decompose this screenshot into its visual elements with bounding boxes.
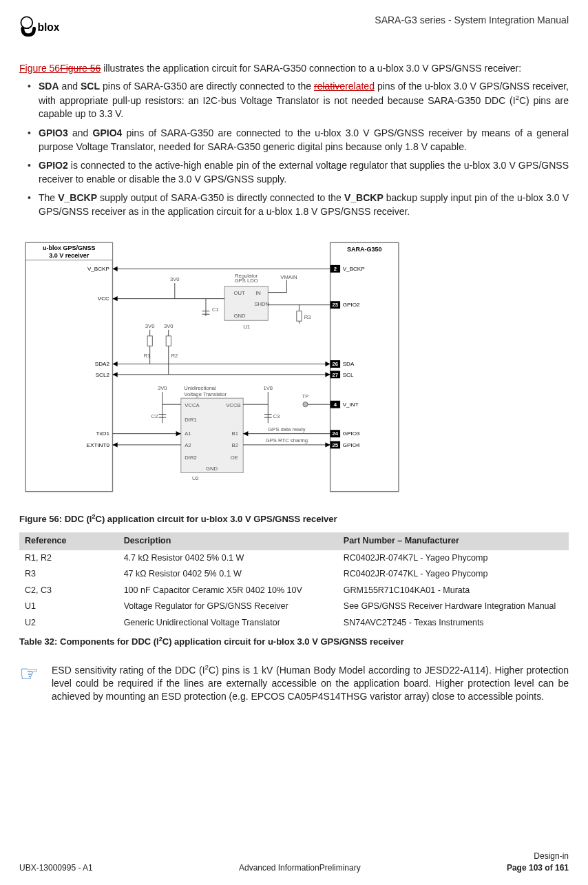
intro-rest: illustrates the application circuit for … — [101, 63, 521, 74]
svg-rect-39 — [297, 311, 302, 320]
svg-text:R2: R2 — [171, 353, 178, 359]
col-reference: Reference — [19, 532, 118, 550]
svg-text:3V0: 3V0 — [158, 385, 167, 391]
svg-text:VCCA: VCCA — [185, 402, 200, 408]
bullet-item: SDA and SCL pins of SARA-G350 are direct… — [32, 80, 569, 121]
svg-marker-59 — [325, 372, 330, 377]
cell: Voltage Regulator for GPS/GNSS Receiver — [118, 598, 338, 615]
table-row: U2Generic Unidirectional Voltage Transla… — [19, 615, 569, 632]
cell: RC0402JR-074K7L - Yageo Phycomp — [338, 550, 569, 567]
svg-text:DIR2: DIR2 — [185, 454, 196, 460]
ublox-logo-icon: blox — [19, 14, 69, 41]
bullet-item: GPIO3 and GPIO4 pins of SARA-G350 are co… — [32, 127, 569, 154]
svg-text:GPS data ready: GPS data ready — [268, 426, 306, 433]
svg-marker-103 — [243, 431, 248, 436]
svg-text:blox: blox — [37, 21, 59, 33]
svg-text:R1: R1 — [144, 353, 151, 359]
svg-text:Voltage Translator: Voltage Translator — [184, 391, 227, 397]
col-description: Description — [118, 532, 338, 550]
svg-text:B1: B1 — [232, 430, 238, 437]
svg-text:GPIO4: GPIO4 — [343, 441, 360, 448]
svg-text:SCL2: SCL2 — [96, 371, 110, 377]
svg-text:SARA-G350: SARA-G350 — [347, 246, 382, 253]
svg-text:V_BCKP: V_BCKP — [87, 266, 109, 272]
strike-text: relative — [314, 81, 345, 92]
svg-text:VCCB: VCCB — [226, 402, 240, 408]
svg-text:SHDN: SHDN — [254, 301, 269, 307]
svg-marker-58 — [112, 372, 117, 377]
note-block: ☞ ESD sensitivity rating of the DDC (I2C… — [19, 663, 569, 704]
svg-text:C3: C3 — [273, 413, 280, 419]
svg-text:U2: U2 — [192, 475, 199, 481]
cell: 100 nF Capacitor Ceramic X5R 0402 10% 10… — [118, 583, 338, 599]
svg-text:23: 23 — [333, 302, 339, 308]
table-row: R347 kΩ Resistor 0402 5% 0.1 WRC0402JR-0… — [19, 566, 569, 583]
svg-text:R3: R3 — [304, 313, 311, 320]
svg-text:2: 2 — [334, 266, 337, 272]
intro-paragraph: Figure 56Figure 56 illustrates the appli… — [19, 62, 569, 76]
svg-text:V_INT: V_INT — [343, 401, 359, 407]
bold-text: SDA — [39, 81, 59, 92]
bullet-item: The V_BCKP supply output of SARA-G350 is… — [32, 191, 569, 218]
svg-text:GPIO2: GPIO2 — [343, 302, 360, 308]
cell: U2 — [19, 615, 118, 632]
text: is connected to the active-high enable p… — [39, 160, 569, 185]
svg-text:27: 27 — [333, 371, 339, 377]
svg-text:GPIO3: GPIO3 — [343, 430, 360, 437]
svg-text:SCL: SCL — [343, 371, 354, 377]
svg-text:SDA: SDA — [343, 361, 355, 367]
note-text: ESD sensitivity rating of the DDC (I2C) … — [52, 663, 569, 704]
text: supply output of SARA-G350 is directly c… — [97, 192, 344, 203]
cell: SN74AVC2T245 - Texas Instruments — [338, 615, 569, 632]
svg-text:u-blox GPS/GNSS: u-blox GPS/GNSS — [43, 244, 96, 251]
svg-text:Unidirectional: Unidirectional — [184, 384, 216, 391]
svg-text:A2: A2 — [185, 441, 191, 448]
cell: 47 kΩ Resistor 0402 5% 0.1 W — [118, 566, 338, 583]
figure-caption: Figure 56: DDC (I2C) application circuit… — [19, 512, 569, 526]
svg-point-93 — [303, 402, 308, 406]
svg-marker-9 — [112, 266, 117, 271]
cell: Generic Unidirectional Voltage Translato… — [118, 615, 338, 632]
doc-title: SARA-G3 series - System Integration Manu… — [375, 14, 569, 28]
svg-marker-100 — [176, 431, 181, 436]
table-row: C2, C3100 nF Capacitor Ceramic X5R 0402 … — [19, 583, 569, 599]
components-table: Reference Description Part Number – Manu… — [19, 532, 569, 631]
svg-text:SDA2: SDA2 — [95, 361, 110, 367]
svg-text:25: 25 — [333, 441, 339, 448]
cell: 4.7 kΩ Resistor 0402 5% 0.1 W — [118, 550, 338, 567]
svg-text:B2: B2 — [232, 441, 238, 448]
svg-text:3.0 V receiver: 3.0 V receiver — [49, 252, 90, 259]
svg-text:3V0: 3V0 — [170, 276, 180, 282]
figure-link[interactable]: Figure 56 — [19, 63, 60, 74]
svg-marker-50 — [112, 361, 117, 366]
svg-text:IN: IN — [255, 290, 261, 296]
svg-text:26: 26 — [333, 361, 339, 367]
svg-text:C2: C2 — [151, 413, 158, 419]
svg-text:OE: OE — [231, 454, 238, 460]
bold-text: V_BCKP — [58, 192, 97, 203]
cell: C2, C3 — [19, 583, 118, 599]
svg-text:TP: TP — [302, 393, 309, 399]
svg-text:GND: GND — [234, 312, 246, 318]
page-header: blox SARA-G3 series - System Integration… — [19, 14, 569, 41]
table-row: U1Voltage Regulator for GPS/GNSS Receive… — [19, 598, 569, 615]
svg-text:A1: A1 — [185, 430, 191, 437]
bold-text: V_BCKP — [344, 192, 384, 203]
svg-marker-51 — [325, 361, 330, 366]
svg-text:V_BCKP: V_BCKP — [343, 266, 365, 272]
text: Table 32: Components for DDC (I — [19, 636, 159, 647]
figure-link-strike: Figure 56 — [60, 63, 101, 74]
svg-rect-44 — [166, 335, 171, 345]
figure-56: .lbl { font: 9.5px Arial; fill:#333; } .… — [19, 226, 569, 508]
svg-point-0 — [21, 17, 32, 28]
svg-text:3V0: 3V0 — [164, 323, 174, 329]
svg-text:U1: U1 — [243, 324, 250, 330]
svg-text:1V8: 1V8 — [263, 385, 273, 391]
svg-text:C1: C1 — [212, 306, 219, 312]
svg-text:GPS RTC sharing: GPS RTC sharing — [266, 437, 308, 444]
col-partnumber: Part Number – Manufacturer — [338, 532, 569, 550]
pointing-hand-icon: ☞ — [19, 663, 39, 704]
svg-marker-112 — [325, 442, 330, 447]
circuit-diagram: .lbl { font: 9.5px Arial; fill:#333; } .… — [19, 226, 405, 508]
svg-text:24: 24 — [333, 430, 339, 437]
